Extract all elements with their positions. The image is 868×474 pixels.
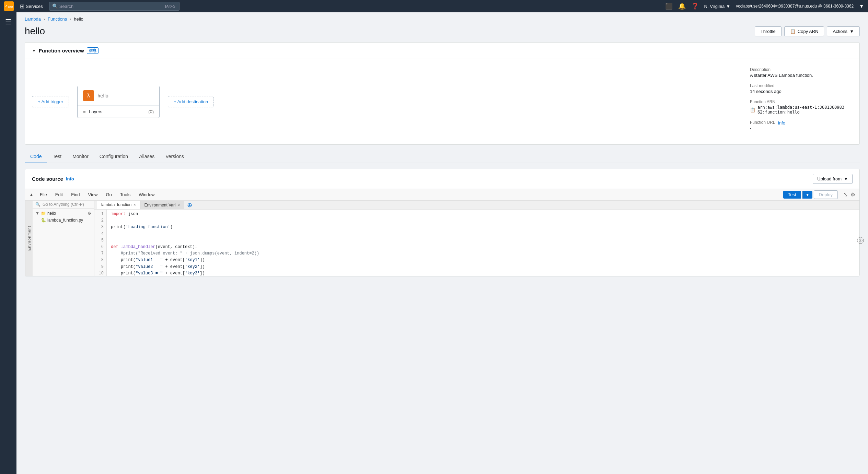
code-source-info-link[interactable]: Info: [66, 176, 74, 181]
function-arn-value: 📋 arn:aws:lambda:us-east-1:368136098362:…: [750, 105, 846, 115]
collapse-icon[interactable]: ▼: [32, 48, 36, 53]
function-overview-header: ▼ Function overview 信息: [25, 43, 859, 59]
go-menu[interactable]: Go: [104, 191, 114, 198]
file-browser: 🔍 ▼ 📁 hello ⚙ 🐍 lambda_function.py: [33, 201, 94, 276]
environment-label: Environment: [25, 201, 33, 276]
services-button[interactable]: ⊞ Services: [18, 2, 45, 11]
search-input[interactable]: [59, 4, 165, 9]
breadcrumb-lambda[interactable]: Lambda: [25, 16, 41, 22]
lambda-icon: λ: [83, 90, 94, 101]
aws-logo[interactable]: aws: [4, 1, 14, 11]
search-bar[interactable]: 🔍 [Alt+S]: [49, 2, 180, 11]
function-box-header: λ hello: [78, 86, 159, 106]
function-box-layers[interactable]: ≡ Layers (0): [78, 106, 159, 118]
tabs-bar: Code Test Monitor Configuration Aliases …: [25, 150, 860, 163]
sidebar: ☰: [0, 12, 16, 474]
add-destination-button[interactable]: + Add destination: [168, 96, 214, 107]
editor-tab-lambda-label: lambda_function: [101, 202, 131, 207]
throttle-button[interactable]: Throttle: [755, 26, 782, 36]
file-icon: 🐍: [41, 218, 46, 223]
bell-icon[interactable]: 🔔: [678, 2, 686, 10]
function-url-row: Function URL Info -: [750, 120, 846, 131]
editor-tab-env-label: Environment Vari: [144, 203, 176, 208]
editor-tab-env-vars[interactable]: Environment Vari ×: [140, 201, 185, 209]
view-menu[interactable]: View: [86, 191, 100, 198]
function-overview-body: + Add trigger λ hello ≡ Layers (0) + Add: [25, 59, 859, 144]
line-numbers: 12345678910: [94, 210, 107, 276]
actions-button[interactable]: Actions ▼: [827, 26, 860, 36]
folder-item-hello[interactable]: ▼ 📁 hello ⚙: [33, 210, 94, 217]
test-button[interactable]: Test: [783, 191, 801, 199]
breadcrumb-sep-1: ›: [44, 17, 45, 22]
layers-count: (0): [148, 109, 154, 114]
arn-copy-icon[interactable]: 📋: [750, 107, 755, 112]
page-header: hello Throttle 📋 Copy ARN Actions ▼: [16, 22, 868, 42]
breadcrumb-current: hello: [74, 16, 83, 22]
code-source-title-text: Code source: [32, 176, 63, 182]
help-icon[interactable]: ❓: [691, 2, 699, 10]
svg-text:aws: aws: [8, 5, 13, 8]
code-area[interactable]: 12345678910 import json print('Loading f…: [94, 210, 859, 276]
sidebar-menu-toggle[interactable]: ☰: [2, 15, 14, 29]
function-name: hello: [97, 93, 108, 98]
edit-menu[interactable]: Edit: [53, 191, 65, 198]
folder-settings-icon[interactable]: ⚙: [88, 211, 91, 216]
page-info-icon[interactable]: ⓘ: [857, 237, 864, 244]
chevron-down-icon: ▼: [726, 4, 730, 9]
tab-monitor[interactable]: Monitor: [67, 150, 94, 163]
add-tab-button[interactable]: ⊕: [184, 201, 195, 209]
file-item-lambda[interactable]: 🐍 lambda_function.py: [33, 217, 94, 224]
file-name: lambda_function.py: [47, 218, 83, 223]
tab-configuration[interactable]: Configuration: [94, 150, 134, 163]
upload-from-label: Upload from: [817, 176, 842, 181]
settings-gear-icon[interactable]: ⚙: [850, 191, 855, 198]
file-menu[interactable]: File: [38, 191, 49, 198]
add-trigger-button[interactable]: + Add trigger: [32, 96, 69, 107]
actions-chevron-icon: ▼: [849, 29, 854, 34]
function-overview-card: ▼ Function overview 信息 + Add trigger λ h…: [25, 42, 860, 145]
folder-name: hello: [47, 211, 56, 216]
function-url-label-row: Function URL Info: [750, 120, 846, 126]
breadcrumb-functions[interactable]: Functions: [48, 16, 67, 22]
region-selector[interactable]: N. Virginia ▼: [704, 4, 731, 9]
editor-toolbar: ▲ File Edit Find View Go Tools Window Te…: [25, 189, 859, 201]
file-search-icon: 🔍: [35, 202, 40, 207]
file-search-input[interactable]: [43, 202, 94, 207]
code-content[interactable]: import json print('Loading function') de…: [107, 210, 263, 276]
close-tab-env[interactable]: ×: [178, 203, 180, 207]
editor-container: Environment 🔍 ▼ 📁 hello ⚙ 🐍 l: [25, 201, 859, 276]
last-modified-row: Last modified 14 seconds ago: [750, 83, 846, 94]
tab-code[interactable]: Code: [25, 150, 47, 163]
tools-menu[interactable]: Tools: [118, 191, 132, 198]
upload-from-button[interactable]: Upload from ▼: [813, 174, 853, 184]
file-search: 🔍: [33, 201, 94, 209]
terminal-icon[interactable]: ⬛: [665, 2, 673, 10]
function-url-info-link[interactable]: Info: [778, 120, 785, 126]
find-menu[interactable]: Find: [69, 191, 82, 198]
info-badge[interactable]: 信息: [87, 47, 99, 54]
copy-arn-button[interactable]: 📋 Copy ARN: [784, 26, 824, 36]
last-modified-label: Last modified: [750, 83, 846, 88]
function-arn-label: Function ARN: [750, 99, 846, 104]
toolbar-collapse-icon[interactable]: ▲: [29, 192, 34, 197]
code-editor-panel: lambda_function × Environment Vari × ⊕ 1…: [94, 201, 859, 276]
tab-versions[interactable]: Versions: [160, 150, 189, 163]
close-tab-lambda[interactable]: ×: [134, 203, 136, 207]
last-modified-value: 14 seconds ago: [750, 89, 846, 94]
arn-text: arn:aws:lambda:us-east-1:368136098362:fu…: [757, 105, 846, 115]
window-menu[interactable]: Window: [137, 191, 157, 198]
tab-aliases[interactable]: Aliases: [134, 150, 160, 163]
editor-tab-lambda-function[interactable]: lambda_function ×: [97, 201, 140, 209]
tab-test[interactable]: Test: [47, 150, 67, 163]
search-shortcut: [Alt+S]: [165, 4, 176, 8]
expand-icon[interactable]: ⤡: [843, 191, 848, 198]
top-navigation: aws ⊞ Services 🔍 [Alt+S] ⬛ 🔔 ❓ N. Virgin…: [0, 0, 868, 12]
user-info[interactable]: voclabs/user2640604=t0930387@u.nus.edu @…: [736, 4, 854, 9]
description-value: A starter AWS Lambda function.: [750, 73, 846, 78]
breadcrumb-sep-2: ›: [70, 17, 71, 22]
deploy-button[interactable]: Deploy: [814, 190, 838, 199]
test-dropdown-button[interactable]: ▼: [802, 191, 812, 199]
page-title: hello: [25, 26, 45, 37]
function-box: λ hello ≡ Layers (0): [77, 86, 160, 118]
copy-icon: 📋: [790, 29, 796, 34]
